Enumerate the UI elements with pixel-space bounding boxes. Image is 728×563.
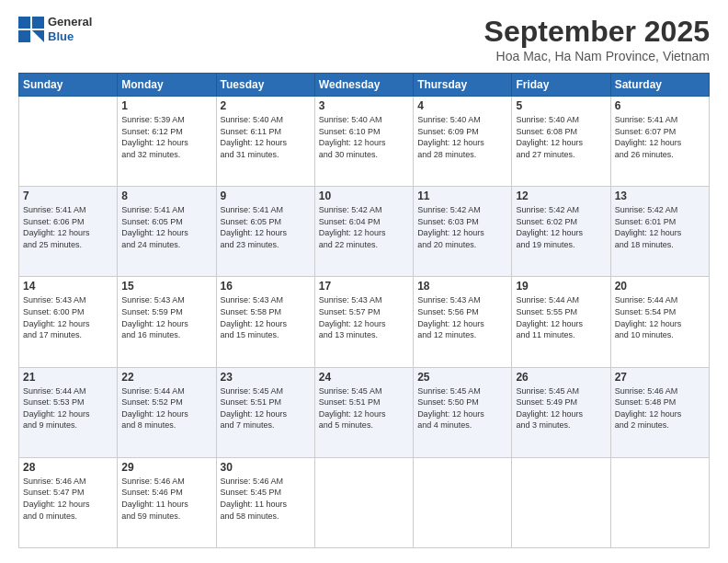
day-info: Sunrise: 5:44 AM Sunset: 5:54 PM Dayligh…	[615, 294, 705, 340]
title-block: September 2025 Hoa Mac, Ha Nam Province,…	[484, 15, 710, 63]
table-row: 15Sunrise: 5:43 AM Sunset: 5:59 PM Dayli…	[118, 277, 216, 367]
col-wednesday: Wednesday	[314, 74, 413, 97]
day-info: Sunrise: 5:42 AM Sunset: 6:04 PM Dayligh…	[319, 204, 409, 250]
day-number: 6	[615, 99, 705, 112]
table-row: 16Sunrise: 5:43 AM Sunset: 5:58 PM Dayli…	[216, 277, 314, 367]
table-row: 25Sunrise: 5:45 AM Sunset: 5:50 PM Dayli…	[414, 367, 512, 457]
day-number: 18	[417, 280, 507, 293]
day-number: 1	[121, 99, 211, 112]
table-row	[512, 457, 610, 547]
day-number: 24	[319, 371, 409, 384]
day-info: Sunrise: 5:41 AM Sunset: 6:05 PM Dayligh…	[221, 204, 311, 250]
calendar-row-4: 21Sunrise: 5:44 AM Sunset: 5:53 PM Dayli…	[19, 367, 710, 457]
table-row: 8Sunrise: 5:41 AM Sunset: 6:05 PM Daylig…	[118, 187, 216, 277]
table-row: 3Sunrise: 5:40 AM Sunset: 6:10 PM Daylig…	[314, 97, 413, 187]
col-saturday: Saturday	[610, 74, 709, 97]
calendar-table: Sunday Monday Tuesday Wednesday Thursday…	[18, 73, 710, 548]
day-number: 23	[221, 371, 311, 384]
table-row: 13Sunrise: 5:42 AM Sunset: 6:01 PM Dayli…	[610, 187, 709, 277]
table-row: 22Sunrise: 5:44 AM Sunset: 5:52 PM Dayli…	[118, 367, 216, 457]
table-row	[610, 457, 709, 547]
day-number: 27	[615, 371, 705, 384]
svg-marker-3	[32, 30, 44, 42]
day-number: 4	[417, 99, 507, 112]
table-row: 11Sunrise: 5:42 AM Sunset: 6:03 PM Dayli…	[414, 187, 512, 277]
day-info: Sunrise: 5:42 AM Sunset: 6:01 PM Dayligh…	[615, 204, 705, 250]
table-row: 10Sunrise: 5:42 AM Sunset: 6:04 PM Dayli…	[314, 187, 413, 277]
table-row: 12Sunrise: 5:42 AM Sunset: 6:02 PM Dayli…	[512, 187, 610, 277]
col-friday: Friday	[512, 74, 610, 97]
calendar-header-row: Sunday Monday Tuesday Wednesday Thursday…	[19, 74, 710, 97]
day-number: 8	[121, 190, 211, 202]
table-row: 1Sunrise: 5:39 AM Sunset: 6:12 PM Daylig…	[118, 97, 216, 187]
calendar-row-1: 1Sunrise: 5:39 AM Sunset: 6:12 PM Daylig…	[19, 97, 710, 187]
header: General Blue September 2025 Hoa Mac, Ha …	[18, 15, 710, 63]
day-number: 20	[615, 280, 705, 293]
table-row: 24Sunrise: 5:45 AM Sunset: 5:51 PM Dayli…	[314, 367, 413, 457]
table-row: 27Sunrise: 5:46 AM Sunset: 5:48 PM Dayli…	[610, 367, 709, 457]
col-sunday: Sunday	[19, 74, 118, 97]
day-info: Sunrise: 5:45 AM Sunset: 5:49 PM Dayligh…	[516, 385, 606, 431]
table-row: 2Sunrise: 5:40 AM Sunset: 6:11 PM Daylig…	[216, 97, 314, 187]
day-number: 28	[23, 461, 113, 474]
calendar-row-5: 28Sunrise: 5:46 AM Sunset: 5:47 PM Dayli…	[19, 457, 710, 547]
day-info: Sunrise: 5:43 AM Sunset: 6:00 PM Dayligh…	[23, 294, 113, 340]
table-row: 14Sunrise: 5:43 AM Sunset: 6:00 PM Dayli…	[19, 277, 118, 367]
day-number: 2	[221, 99, 311, 112]
day-info: Sunrise: 5:40 AM Sunset: 6:08 PM Dayligh…	[516, 114, 606, 160]
page: General Blue September 2025 Hoa Mac, Ha …	[0, 0, 728, 563]
table-row: 6Sunrise: 5:41 AM Sunset: 6:07 PM Daylig…	[610, 97, 709, 187]
day-number: 3	[319, 99, 409, 112]
day-info: Sunrise: 5:46 AM Sunset: 5:48 PM Dayligh…	[615, 385, 705, 431]
table-row: 20Sunrise: 5:44 AM Sunset: 5:54 PM Dayli…	[610, 277, 709, 367]
day-number: 30	[221, 461, 311, 474]
day-number: 13	[615, 190, 705, 202]
day-number: 22	[121, 371, 211, 384]
day-number: 29	[121, 461, 211, 474]
table-row	[19, 97, 118, 187]
day-info: Sunrise: 5:41 AM Sunset: 6:06 PM Dayligh…	[23, 204, 113, 250]
day-info: Sunrise: 5:46 AM Sunset: 5:47 PM Dayligh…	[23, 476, 113, 522]
day-info: Sunrise: 5:44 AM Sunset: 5:53 PM Dayligh…	[23, 385, 113, 431]
calendar-row-2: 7Sunrise: 5:41 AM Sunset: 6:06 PM Daylig…	[19, 187, 710, 277]
day-number: 7	[23, 190, 113, 202]
day-info: Sunrise: 5:40 AM Sunset: 6:10 PM Dayligh…	[319, 114, 409, 160]
table-row: 17Sunrise: 5:43 AM Sunset: 5:57 PM Dayli…	[314, 277, 413, 367]
day-number: 25	[417, 371, 507, 384]
day-info: Sunrise: 5:46 AM Sunset: 5:46 PM Dayligh…	[121, 476, 211, 522]
day-info: Sunrise: 5:43 AM Sunset: 5:58 PM Dayligh…	[221, 294, 311, 340]
table-row: 21Sunrise: 5:44 AM Sunset: 5:53 PM Dayli…	[19, 367, 118, 457]
day-info: Sunrise: 5:42 AM Sunset: 6:02 PM Dayligh…	[516, 204, 606, 250]
table-row: 30Sunrise: 5:46 AM Sunset: 5:45 PM Dayli…	[216, 457, 314, 547]
svg-rect-0	[18, 17, 30, 29]
day-number: 14	[23, 280, 113, 293]
logo-text: General Blue	[48, 15, 92, 43]
day-info: Sunrise: 5:41 AM Sunset: 6:07 PM Dayligh…	[615, 114, 705, 160]
svg-rect-1	[32, 17, 44, 29]
day-info: Sunrise: 5:43 AM Sunset: 5:59 PM Dayligh…	[121, 294, 211, 340]
table-row: 5Sunrise: 5:40 AM Sunset: 6:08 PM Daylig…	[512, 97, 610, 187]
day-number: 9	[221, 190, 311, 202]
svg-rect-2	[18, 30, 30, 42]
day-info: Sunrise: 5:40 AM Sunset: 6:09 PM Dayligh…	[417, 114, 507, 160]
day-number: 10	[319, 190, 409, 202]
day-info: Sunrise: 5:44 AM Sunset: 5:52 PM Dayligh…	[121, 385, 211, 431]
table-row: 19Sunrise: 5:44 AM Sunset: 5:55 PM Dayli…	[512, 277, 610, 367]
day-info: Sunrise: 5:45 AM Sunset: 5:51 PM Dayligh…	[319, 385, 409, 431]
location: Hoa Mac, Ha Nam Province, Vietnam	[484, 49, 710, 63]
logo: General Blue	[18, 15, 92, 43]
day-info: Sunrise: 5:39 AM Sunset: 6:12 PM Dayligh…	[121, 114, 211, 160]
day-info: Sunrise: 5:43 AM Sunset: 5:57 PM Dayligh…	[319, 294, 409, 340]
day-number: 21	[23, 371, 113, 384]
day-number: 15	[121, 280, 211, 293]
day-info: Sunrise: 5:43 AM Sunset: 5:56 PM Dayligh…	[417, 294, 507, 340]
day-info: Sunrise: 5:45 AM Sunset: 5:50 PM Dayligh…	[417, 385, 507, 431]
table-row: 23Sunrise: 5:45 AM Sunset: 5:51 PM Dayli…	[216, 367, 314, 457]
day-number: 5	[516, 99, 606, 112]
day-number: 26	[516, 371, 606, 384]
col-tuesday: Tuesday	[216, 74, 314, 97]
calendar-row-3: 14Sunrise: 5:43 AM Sunset: 6:00 PM Dayli…	[19, 277, 710, 367]
month-title: September 2025	[484, 15, 710, 49]
day-number: 11	[417, 190, 507, 202]
day-info: Sunrise: 5:45 AM Sunset: 5:51 PM Dayligh…	[221, 385, 311, 431]
